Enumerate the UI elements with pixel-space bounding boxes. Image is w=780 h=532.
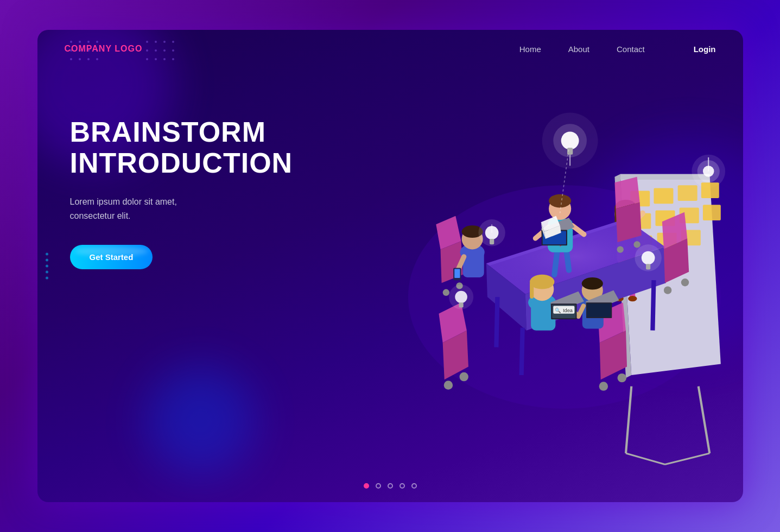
svg-rect-108 bbox=[567, 148, 572, 154]
svg-rect-14 bbox=[677, 185, 697, 201]
svg-point-32 bbox=[628, 296, 637, 301]
svg-rect-113 bbox=[490, 239, 494, 244]
svg-point-43 bbox=[442, 289, 449, 296]
glow-orb-bl bbox=[146, 366, 255, 475]
nav-home[interactable]: Home bbox=[519, 45, 541, 54]
nav-contact[interactable]: Contact bbox=[617, 45, 645, 54]
navbar: COMPANY LOGO Home About Contact Login bbox=[37, 30, 743, 68]
svg-line-2 bbox=[698, 387, 709, 453]
svg-line-4 bbox=[664, 453, 709, 465]
svg-text:🔍 Idea: 🔍 Idea bbox=[555, 307, 573, 314]
left-decoration-dots bbox=[46, 253, 48, 280]
svg-point-66 bbox=[549, 194, 571, 208]
page-dot-4[interactable] bbox=[399, 483, 405, 489]
page-dot-1[interactable] bbox=[364, 483, 369, 489]
svg-rect-13 bbox=[654, 188, 673, 204]
svg-rect-120 bbox=[459, 302, 463, 307]
nav-about[interactable]: About bbox=[568, 45, 589, 54]
svg-marker-50 bbox=[616, 202, 641, 242]
company-logo: COMPANY LOGO bbox=[65, 44, 143, 54]
svg-rect-19 bbox=[702, 205, 720, 220]
pagination bbox=[364, 483, 417, 489]
page-dot-2[interactable] bbox=[376, 483, 381, 489]
hero-subtitle: Lorem ipsum dolor sit amet,consectetur e… bbox=[70, 195, 293, 223]
cta-get-started[interactable]: Get Started bbox=[70, 245, 153, 269]
svg-line-38 bbox=[652, 280, 654, 331]
svg-line-3 bbox=[625, 453, 664, 465]
hero-title: BRAINSTORM INTRODUCTION bbox=[70, 117, 293, 179]
svg-rect-15 bbox=[701, 182, 719, 198]
nav-links: Home About Contact Login bbox=[519, 45, 716, 54]
svg-rect-101 bbox=[587, 303, 611, 317]
svg-rect-117 bbox=[646, 264, 650, 269]
svg-point-51 bbox=[617, 246, 623, 252]
svg-rect-75 bbox=[454, 269, 460, 278]
svg-rect-70 bbox=[462, 250, 484, 277]
nav-login[interactable]: Login bbox=[694, 45, 716, 54]
page-dot-5[interactable] bbox=[411, 483, 417, 489]
svg-point-85 bbox=[581, 277, 603, 290]
svg-point-59 bbox=[599, 382, 607, 390]
hero-content: BRAINSTORM INTRODUCTION Lorem ipsum dolo… bbox=[70, 117, 293, 269]
svg-rect-80 bbox=[530, 282, 534, 299]
svg-point-60 bbox=[617, 373, 626, 382]
illustration-scene: 🔍 Idea bbox=[352, 62, 743, 475]
svg-point-47 bbox=[443, 381, 452, 389]
svg-line-39 bbox=[521, 328, 522, 375]
svg-line-37 bbox=[496, 297, 497, 347]
svg-point-55 bbox=[663, 286, 671, 294]
main-frame: COMPANY LOGO Home About Contact Login BR… bbox=[37, 30, 743, 502]
svg-point-48 bbox=[459, 372, 468, 381]
iso-svg: 🔍 Idea bbox=[352, 62, 743, 487]
svg-point-56 bbox=[681, 278, 688, 286]
svg-point-52 bbox=[633, 241, 640, 248]
page-dot-3[interactable] bbox=[388, 483, 393, 489]
